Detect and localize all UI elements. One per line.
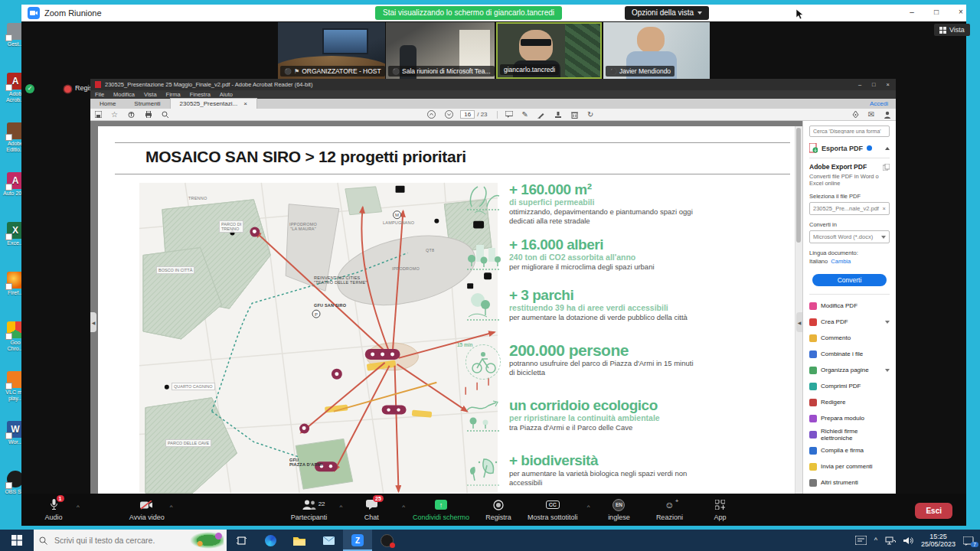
participant-video-organizzatore[interactable]: ⚫⚑ORGANIZZATORE - HOST bbox=[278, 22, 385, 79]
select-file-label: Seleziona il file PDF bbox=[809, 193, 890, 200]
captions-chevron[interactable]: ^ bbox=[587, 504, 590, 510]
obs-icon bbox=[381, 534, 394, 547]
apps-button[interactable]: App bbox=[698, 499, 741, 521]
share-screen-button[interactable]: ↑ Condividi schermo bbox=[413, 499, 469, 521]
tool-crea-pdf[interactable]: Crea PDF bbox=[809, 314, 890, 330]
taskbar-search-box[interactable] bbox=[34, 530, 227, 551]
taskbar-search-input[interactable] bbox=[53, 535, 178, 546]
right-panel-handle[interactable]: ◀ bbox=[796, 312, 802, 332]
menu-vista[interactable]: Vista bbox=[144, 91, 157, 98]
tool-redigere[interactable]: Redigere bbox=[809, 394, 890, 410]
captions-button[interactable]: CC Mostra sottotitoli bbox=[528, 499, 578, 521]
maximize-button[interactable]: □ bbox=[925, 8, 948, 16]
start-button[interactable] bbox=[0, 530, 34, 551]
tool-comprimi-pdf[interactable]: Comprimi PDF bbox=[809, 378, 890, 394]
acrobat-maximize-button[interactable]: □ bbox=[872, 81, 876, 88]
account-icon[interactable] bbox=[884, 111, 891, 119]
scrollbar-thumb[interactable] bbox=[796, 128, 801, 243]
tray-expand-chevron[interactable]: ^ bbox=[874, 536, 877, 544]
clock[interactable]: 15:25 25/05/2023 bbox=[921, 533, 956, 548]
tool-richiedi-firme[interactable]: Richiedi firme elettroniche bbox=[809, 426, 890, 442]
video-options-chevron[interactable]: ^ bbox=[170, 504, 173, 510]
tab-document[interactable]: 230525_Presentazi...× bbox=[170, 98, 257, 109]
permeable-surfaces-icon bbox=[466, 184, 502, 217]
document-scrollbar[interactable] bbox=[795, 126, 802, 494]
tool-prepara-modulo[interactable]: Prepara modulo bbox=[809, 410, 890, 426]
tool-modifica-pdf[interactable]: Modifica PDF bbox=[809, 298, 890, 314]
tab-strumenti[interactable]: Strumenti bbox=[125, 99, 169, 109]
chat-button[interactable]: 25 Chat bbox=[350, 499, 393, 521]
search-icon[interactable] bbox=[162, 111, 169, 119]
audio-button[interactable]: 1 Audio bbox=[32, 499, 75, 521]
convert-button[interactable]: Converti bbox=[812, 274, 887, 286]
tool-combina-file[interactable]: Combinate i file bbox=[809, 346, 890, 362]
export-pdf-header[interactable]: Esporta PDF bbox=[809, 143, 890, 153]
tool-commento[interactable]: Commento bbox=[809, 330, 890, 346]
tool-organizza-pagine[interactable]: Organizza pagine bbox=[809, 362, 890, 378]
menu-firma[interactable]: Firma bbox=[166, 91, 181, 98]
left-panel-handle[interactable]: ◀ bbox=[90, 312, 96, 332]
vista-button[interactable]: Vista bbox=[934, 24, 970, 36]
print-icon[interactable] bbox=[145, 111, 152, 118]
participants-chevron[interactable]: ^ bbox=[340, 504, 343, 510]
trash-icon[interactable] bbox=[571, 111, 578, 119]
chat-chevron[interactable]: ^ bbox=[402, 504, 405, 510]
view-options-button[interactable]: Opzioni della vista bbox=[625, 6, 709, 20]
page-up-icon[interactable] bbox=[427, 110, 436, 119]
pen-nib-icon[interactable] bbox=[852, 111, 859, 119]
participant-video-javier[interactable]: ⚫Javier Mendiondo bbox=[603, 22, 710, 79]
comment-icon[interactable] bbox=[505, 111, 513, 118]
tool-altri-strumenti[interactable]: Altri strumenti bbox=[809, 474, 890, 491]
acrobat-minimize-button[interactable]: – bbox=[858, 81, 861, 88]
participant-video-sala-riunioni[interactable]: ⚫Sala riunioni di Microsoft Tea... bbox=[386, 22, 495, 79]
minimize-button[interactable]: – bbox=[900, 8, 923, 16]
edge-taskbar-icon[interactable] bbox=[256, 530, 285, 551]
close-button[interactable]: × bbox=[949, 8, 972, 16]
fill-sign-icon[interactable] bbox=[537, 111, 545, 119]
menu-finestra[interactable]: Finestra bbox=[190, 91, 211, 98]
audio-options-chevron[interactable]: ^ bbox=[77, 504, 80, 510]
notification-center-button[interactable]: 7 bbox=[963, 535, 975, 546]
save-icon[interactable] bbox=[95, 111, 102, 118]
menu-file[interactable]: File bbox=[95, 91, 104, 98]
email-icon[interactable]: ✉ bbox=[868, 110, 874, 119]
tools-search-input[interactable] bbox=[809, 126, 890, 137]
menu-aiuto[interactable]: Aiuto bbox=[220, 91, 233, 98]
format-dropdown[interactable]: Microsoft Word (*.docx) bbox=[809, 230, 890, 243]
cloud-upload-icon[interactable] bbox=[127, 111, 136, 118]
mail-taskbar-icon[interactable] bbox=[314, 530, 343, 551]
volume-icon[interactable] bbox=[903, 536, 913, 545]
language-button[interactable]: EN inglese bbox=[597, 499, 640, 521]
refresh-icon[interactable]: ↻ bbox=[587, 110, 593, 119]
tab-close-icon[interactable]: × bbox=[243, 100, 247, 107]
collapse-section-icon[interactable] bbox=[885, 147, 890, 150]
stamp-icon[interactable] bbox=[554, 111, 562, 119]
star-icon[interactable]: ☆ bbox=[111, 110, 118, 119]
leave-meeting-button[interactable]: Esci bbox=[915, 503, 952, 519]
task-view-button[interactable] bbox=[227, 530, 256, 551]
tool-compila-firma[interactable]: Compila e firma bbox=[809, 442, 890, 458]
network-icon[interactable] bbox=[885, 536, 896, 545]
menu-modifica[interactable]: Modifica bbox=[113, 91, 135, 98]
reactions-button[interactable]: ☺+ Reazioni bbox=[648, 499, 691, 521]
page-down-icon[interactable] bbox=[445, 110, 453, 119]
tool-invia-commenti[interactable]: Invia per commenti bbox=[809, 458, 890, 474]
page-number-input[interactable]: 16 bbox=[460, 110, 475, 119]
participant-video-giancarlo[interactable]: giancarlo.tancredi bbox=[496, 22, 602, 79]
start-video-button[interactable]: Avvia video bbox=[126, 499, 168, 521]
remove-file-icon[interactable]: × bbox=[883, 205, 886, 212]
tab-home[interactable]: Home bbox=[90, 99, 125, 109]
folder-icon bbox=[293, 536, 305, 546]
acrobat-close-button[interactable]: × bbox=[887, 81, 890, 88]
obs-taskbar-icon[interactable] bbox=[372, 530, 401, 551]
accedi-link[interactable]: Accedi bbox=[862, 99, 896, 109]
zoom-taskbar-icon[interactable]: Z bbox=[343, 530, 372, 551]
record-button[interactable]: Registra bbox=[477, 499, 520, 521]
pencil-icon[interactable]: ✎ bbox=[522, 110, 528, 119]
participants-button[interactable]: 22 Partecipanti bbox=[288, 499, 331, 521]
selected-file-box[interactable]: 230525_Pre...nale_v2.pdf× bbox=[809, 202, 890, 215]
security-shield-icon[interactable]: ✓ bbox=[25, 84, 34, 93]
change-language-link[interactable]: Cambia bbox=[831, 258, 851, 265]
file-explorer-taskbar-icon[interactable] bbox=[285, 530, 314, 551]
widgets-icon[interactable] bbox=[855, 536, 867, 545]
